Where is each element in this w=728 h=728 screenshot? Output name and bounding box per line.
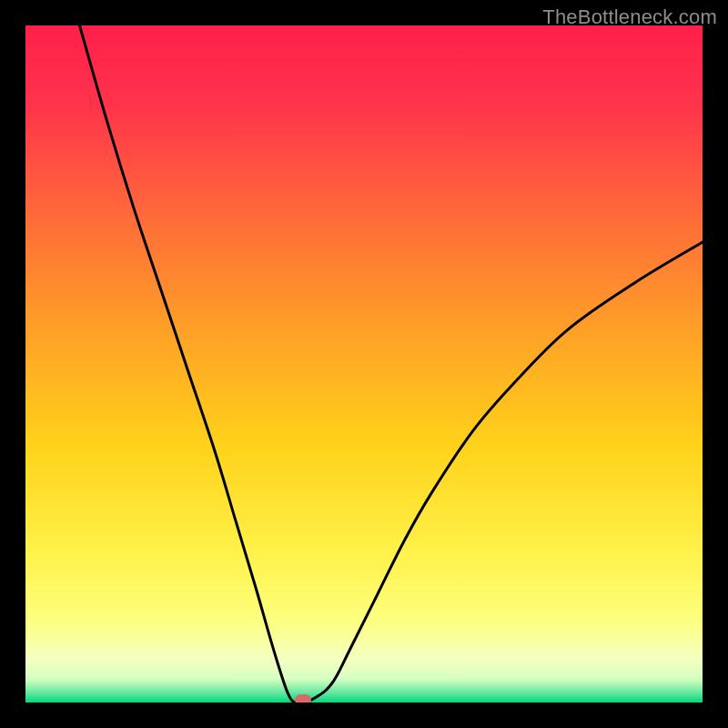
bottleneck-curve bbox=[80, 25, 703, 703]
plot-area bbox=[25, 25, 703, 703]
curve-layer bbox=[25, 25, 703, 703]
optimal-marker bbox=[295, 694, 311, 703]
chart-frame bbox=[25, 25, 703, 703]
